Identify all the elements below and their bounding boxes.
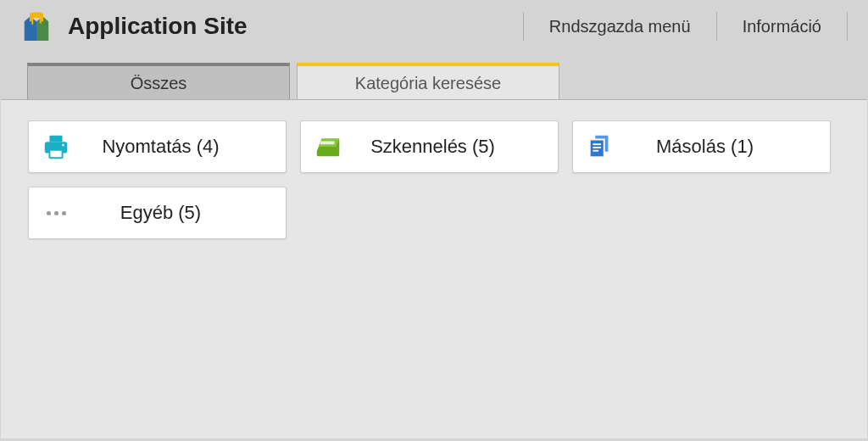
tabs: Összes Kategória keresése — [0, 63, 868, 100]
svg-rect-0 — [31, 14, 42, 17]
info-button[interactable]: Információ — [716, 12, 848, 41]
admin-menu-button[interactable]: Rndszgazda menü — [523, 12, 716, 41]
page-title: Application Site — [68, 13, 523, 40]
header-menu: Rndszgazda menü Információ — [523, 0, 848, 53]
category-card-other[interactable]: Egyéb (5) — [28, 187, 287, 239]
header: Application Site Rndszgazda menü Informá… — [0, 0, 868, 53]
tab-search-category[interactable]: Kategória keresése — [297, 63, 559, 100]
category-grid: Nyomtatás (4) Szkennelés (5) — [28, 120, 840, 239]
category-card-scan[interactable]: Szkennelés (5) — [300, 120, 559, 173]
category-label: Másolás (1) — [592, 136, 818, 158]
category-label: Egyéb (5) — [47, 202, 274, 224]
shopping-bag-icon — [20, 10, 53, 42]
category-card-print[interactable]: Nyomtatás (4) — [28, 120, 287, 173]
category-label: Nyomtatás (4) — [47, 136, 274, 158]
content-area: Nyomtatás (4) Szkennelés (5) — [1, 99, 867, 438]
category-label: Szkennelés (5) — [320, 136, 546, 158]
tab-all[interactable]: Összes — [27, 63, 290, 100]
category-card-copy[interactable]: Másolás (1) — [572, 120, 831, 173]
